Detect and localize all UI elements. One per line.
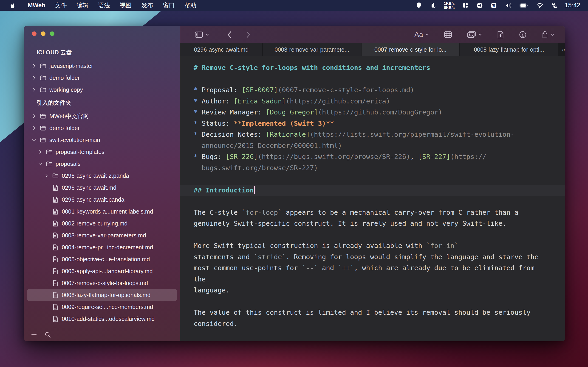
editor-line: most common use-points for `--` and `++`… [180, 262, 565, 274]
ime-wubi-icon[interactable]: 五 [487, 0, 501, 11]
menu-item-发布[interactable]: 发布 [137, 0, 158, 11]
sidebar-folder-item[interactable]: working copy [27, 84, 177, 96]
sidebar-file-item[interactable]: 0003-remove-var-parameters.md [27, 229, 177, 241]
folder-icon [38, 74, 48, 81]
editor-text-segment: , which are already due to be eliminated… [354, 264, 535, 272]
item-label: 0010-add-statics...odescalarview.md [62, 316, 155, 322]
tab-overflow-chevron-icon[interactable]: » [559, 43, 565, 56]
share-button[interactable] [540, 29, 556, 40]
chevron-right-icon[interactable] [30, 63, 38, 68]
menu-item-编辑[interactable]: 编辑 [72, 0, 93, 11]
menu-item-帮助[interactable]: 帮助 [180, 0, 201, 11]
minimize-window-button[interactable] [41, 31, 45, 36]
item-label: 0001-keywords-a...ument-labels.md [62, 208, 153, 215]
window-manager-icon[interactable] [458, 0, 473, 11]
editor-text-segment: Status: [202, 119, 234, 127]
item-label: demo folder [49, 75, 80, 81]
markdown-editor[interactable]: # Remove C-style for-loops with conditio… [180, 56, 565, 341]
tab[interactable]: 0003-remove-var-paramete... [263, 43, 361, 56]
editor-text-segment: appears to be a mechanical carry-over fr… [282, 209, 519, 216]
menu-app-name[interactable]: MWeb [23, 0, 50, 11]
sidebar: ICLOUD 云盘javascript-masterdemo folderwor… [24, 26, 180, 341]
item-label: working copy [49, 86, 83, 93]
sidebar-folder-item[interactable]: demo folder [27, 72, 177, 84]
info-button[interactable] [518, 29, 528, 40]
editor-text-segment: [Erica Sadun] [234, 97, 286, 105]
folder-icon [38, 113, 48, 120]
cat-app-icon[interactable] [426, 0, 440, 11]
item-label: 0005-objective-c...e-translation.md [62, 256, 150, 263]
sidebar-folder-item[interactable]: proposals [27, 158, 177, 170]
chevron-right-icon[interactable] [30, 75, 38, 80]
chevron-down-icon[interactable] [30, 137, 38, 142]
editor-text-segment: statements and [194, 253, 254, 261]
volume-icon[interactable] [501, 0, 516, 11]
chevron-right-icon[interactable] [36, 149, 44, 154]
editor-line [180, 73, 565, 85]
tab[interactable]: 0296-async-await.md [180, 43, 262, 56]
telegram-icon[interactable] [473, 0, 487, 11]
window-controls [24, 26, 180, 43]
battery-icon[interactable] [516, 0, 532, 11]
sidebar-file-item[interactable]: 0010-add-statics...odescalarview.md [27, 313, 177, 325]
menu-item-视图[interactable]: 视图 [115, 0, 137, 11]
menu-bar: MWeb文件编辑语法视图发布窗口帮助 1KB/s0KB/s 五 [0, 0, 588, 11]
editor-text-segment: [SE-0007] [242, 86, 278, 94]
editor-text-segment: **Implemented (Swift 3)** [234, 119, 334, 127]
sidebar-file-item[interactable]: 0007-remove-c-style-for-loops.md [27, 277, 177, 289]
sidebar-file-item[interactable]: 0001-keywords-a...ument-labels.md [27, 206, 177, 217]
sidebar-folder-item[interactable]: demo folder [27, 122, 177, 134]
sidebar-file-item[interactable]: 0008-lazy-flatmap-for-optionals.md [27, 289, 177, 301]
back-button[interactable] [225, 29, 233, 40]
sidebar-file-item[interactable]: 0002-remove-currying.md [27, 217, 177, 229]
menu-bar-clock[interactable]: 15:42 [562, 2, 585, 9]
sidebar-file-item[interactable]: 0296-async-await.panda [27, 194, 177, 206]
chevron-right-icon[interactable] [30, 87, 38, 92]
tracker-blob-icon[interactable] [412, 0, 426, 11]
search-icon[interactable] [44, 331, 51, 338]
zoom-window-button[interactable] [50, 31, 54, 36]
editor-line: statements and `stride`. Removing for lo… [180, 251, 565, 263]
sidebar-folder-item[interactable]: swift-evolution-main [27, 134, 177, 146]
chevron-right-icon[interactable] [30, 125, 38, 131]
close-window-button[interactable] [32, 31, 36, 36]
insert-table-button[interactable] [442, 29, 454, 40]
insert-image-button[interactable] [466, 29, 484, 40]
sidebar-folder-item[interactable]: javascript-master [27, 60, 177, 72]
sidebar-section-header: 引入的文件夹 [24, 96, 180, 110]
menu-item-语法[interactable]: 语法 [93, 0, 115, 11]
chevron-down-icon[interactable] [36, 161, 44, 166]
export-document-button[interactable] [495, 29, 506, 40]
editor-text-segment: `++` [338, 264, 354, 272]
editor-text-segment: (https://github.com/DougGregor) [318, 108, 442, 116]
document-icon [50, 244, 61, 251]
sidebar-file-item[interactable]: 0006-apply-api-...tandard-library.md [27, 265, 177, 277]
net-speed[interactable]: 1KB/s0KB/s [440, 0, 459, 11]
text-style-button[interactable]: Aa [413, 29, 431, 40]
chevron-right-icon[interactable] [30, 114, 38, 119]
sidebar-folder-item[interactable]: 0296-async-await 2.panda [27, 170, 177, 182]
apple-menu-icon[interactable] [10, 2, 17, 9]
sidebar-file-item[interactable]: 0296-async-await.md [27, 182, 177, 194]
editor-text-segment: `stride` [254, 253, 286, 261]
sidebar-folder-item[interactable]: proposal-templates [27, 146, 177, 158]
menu-item-文件[interactable]: 文件 [50, 0, 72, 11]
control-center-icon[interactable] [547, 0, 562, 11]
menu-item-窗口[interactable]: 窗口 [158, 0, 180, 11]
sidebar-folder-item[interactable]: MWeb中文官网 [27, 110, 177, 122]
sidebar-file-item[interactable]: 0011-replace-typ...ias-associated.md [27, 325, 177, 328]
forward-button[interactable] [244, 29, 252, 40]
wifi-icon[interactable] [532, 0, 547, 11]
editor-text-segment: [Doug Gregor] [266, 108, 318, 116]
tab-active[interactable]: 0007-remove-c-style-for-lo... [362, 43, 459, 56]
sidebar-file-item[interactable]: 0004-remove-pr...inc-decrement.md [27, 241, 177, 253]
editor-text-segment: `--` [302, 264, 318, 272]
tab[interactable]: 0008-lazy-flatmap-for-opti... [460, 43, 558, 56]
sidebar-file-item[interactable]: 0005-objective-c...e-translation.md [27, 253, 177, 265]
editor-line: * Decision Notes: [Rationale](https://li… [180, 129, 565, 140]
sidebar-toggle-button[interactable] [193, 30, 211, 40]
sidebar-file-item[interactable]: 0009-require-sel...nce-members.md [27, 301, 177, 313]
chevron-right-icon[interactable] [43, 173, 50, 178]
add-button[interactable] [31, 331, 37, 338]
editor-text-segment: considered. [194, 320, 238, 327]
